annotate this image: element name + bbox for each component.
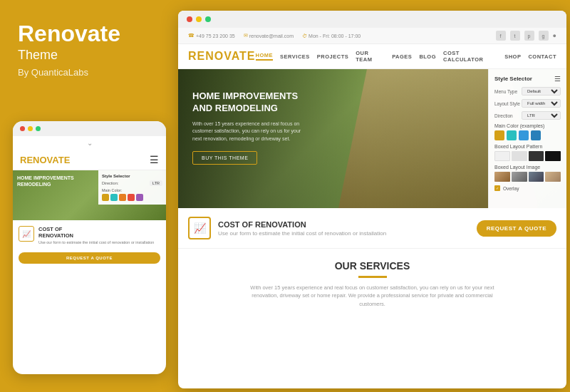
twitter-icon[interactable]: t (510, 31, 520, 41)
nav-item-home[interactable]: HOME (256, 52, 274, 61)
ss-direction-select[interactable]: LTR (522, 111, 561, 120)
mobile-dot-yellow (28, 126, 33, 131)
request-quote-button[interactable]: REQUEST A QUOTE (477, 220, 556, 237)
color-swatch-orange[interactable] (119, 194, 126, 201)
ss-overlay-row: ✓ Overlay (494, 185, 561, 191)
hero-description: With over 15 years experience and real f… (192, 120, 301, 143)
services-section: OUR SERVICES With over 15 years experien… (178, 249, 566, 315)
mobile-hero: HOME IMPROVEMENTSREMODELING Style Select… (13, 170, 166, 220)
ss-pattern-light[interactable] (494, 151, 510, 161)
nav-item-shop[interactable]: SHOP (504, 53, 521, 60)
nav-item-services[interactable]: SERVICES (280, 53, 310, 60)
ss-img-2[interactable] (512, 172, 527, 182)
site-logo: RENOVATE (188, 50, 256, 63)
google-icon[interactable]: g (539, 31, 549, 41)
ss-img-4[interactable] (545, 172, 561, 182)
cost-icon: 📈 (188, 217, 211, 239)
site-navbar: RENOVATE HOME SERVICES PROJECTS OUR TEAM… (178, 44, 566, 69)
ss-image-label: Boxed Layout Image (494, 165, 561, 170)
topbar-hours: ⏱ Mon - Fri: 08:00 - 17:00 (302, 33, 361, 38)
clock-icon: ⏱ (302, 33, 307, 38)
mobile-direction-val: LTR (150, 180, 162, 186)
ss-color-darkblue[interactable] (531, 130, 541, 140)
mobile-dot-red (20, 126, 25, 131)
nav-item-projects[interactable]: PROJECTS (317, 53, 348, 60)
phone-icon: ☎ (188, 33, 195, 38)
mobile-cost-title: COST OFRENOVATION (38, 226, 154, 239)
topbar-social: f t p g ● (496, 31, 556, 41)
hero-title: HOME IMPROVEMENTSAND REMODELING (192, 91, 301, 115)
color-swatch-purple[interactable] (136, 194, 143, 201)
hero-cta-button[interactable]: BUY THIS THEME (192, 151, 257, 165)
cost-text: COST OF RENOVATION Use our form to estim… (218, 220, 386, 237)
ss-menu-type-label: Menu Type (494, 89, 517, 94)
mobile-color-label: Main Color: (102, 188, 162, 192)
nav-item-team[interactable]: OUR TEAM (356, 50, 385, 63)
mobile-header: RENOVATE ☰ (13, 150, 166, 170)
topbar-email: ✉ renovate@mail.com (244, 33, 294, 38)
hero-content: HOME IMPROVEMENTSAND REMODELING With ove… (192, 91, 301, 165)
cost-section: 📈 COST OF RENOVATION Use our form to est… (178, 208, 566, 249)
cost-info: 📈 COST OF RENOVATION Use our form to est… (188, 217, 386, 239)
mobile-request-quote-button[interactable]: REQUEST A QUOTE (19, 252, 160, 264)
nav-item-blog[interactable]: BLOG (419, 53, 436, 60)
ss-overlay-checkbox[interactable]: ✓ (494, 185, 500, 191)
mobile-mockup: ⌄ RENOVATE ☰ HOME IMPROVEMENTSREMODELING… (13, 121, 166, 374)
services-description: With over 15 years experience and real f… (244, 284, 501, 308)
ss-color-blue[interactable] (519, 130, 529, 140)
ss-settings-icon[interactable]: ☰ (554, 75, 561, 83)
ss-direction-row: Direction LTR (494, 111, 561, 120)
cost-title: COST OF RENOVATION (218, 220, 386, 229)
browser-dot-red (187, 16, 192, 22)
cost-description: Use our form to estimate the initial cos… (218, 230, 386, 237)
ss-color-gold[interactable] (494, 130, 504, 140)
mobile-dot-green (36, 126, 41, 131)
search-icon[interactable]: ● (553, 32, 556, 39)
browser-dot-yellow (196, 16, 202, 22)
mobile-ss-title: Style Selector (102, 174, 162, 178)
mobile-chevron-icon: ⌄ (13, 136, 166, 150)
ss-pattern-grey[interactable] (512, 151, 527, 161)
email-icon: ✉ (244, 33, 248, 38)
ss-color-swatches (494, 130, 561, 140)
color-swatch-teal[interactable] (110, 194, 118, 201)
color-swatch-gold[interactable] (102, 194, 109, 201)
ss-pattern-black[interactable] (545, 151, 561, 161)
mobile-colors (102, 194, 162, 201)
nav-item-pages[interactable]: PAGES (392, 53, 412, 60)
ss-img-1[interactable] (494, 172, 510, 182)
mobile-logo: RENOVATE (20, 155, 70, 165)
mobile-cost-icon: 📈 (19, 226, 34, 242)
browser-dot-green (205, 16, 211, 22)
mobile-cost-row: 📈 COST OFRENOVATION Use our form to esti… (19, 226, 160, 245)
color-swatch-red[interactable] (128, 194, 135, 201)
topbar-contact-info: ☎ +49 75 23 200 35 ✉ renovate@mail.com ⏱… (188, 33, 361, 38)
mobile-hero-text: HOME IMPROVEMENTSREMODELING (17, 175, 74, 187)
nav-items: HOME SERVICES PROJECTS OUR TEAM PAGES BL… (256, 50, 556, 63)
mobile-direction-row: Direction: LTR (102, 180, 162, 186)
ss-patterns (494, 151, 561, 161)
services-title: OUR SERVICES (188, 260, 556, 272)
brand-by: By QuanticaLabs (18, 67, 157, 78)
site-topbar: ☎ +49 75 23 200 35 ✉ renovate@mail.com ⏱… (178, 28, 566, 44)
ss-direction-label: Direction (494, 113, 513, 118)
ss-header: Style Selector ☰ (494, 75, 561, 83)
ss-menu-type-select[interactable]: Default (522, 87, 561, 96)
ss-layout-style-select[interactable]: Full width (522, 99, 561, 108)
mobile-content: 📈 COST OFRENOVATION Use our form to esti… (13, 220, 166, 269)
facebook-icon[interactable]: f (496, 31, 506, 41)
nav-item-calculator[interactable]: COST CALCULATOR (443, 50, 497, 63)
left-panel: Renovate Theme By QuanticaLabs ⌄ RENOVAT… (0, 0, 175, 392)
site-hero: HOME IMPROVEMENTSAND REMODELING With ove… (178, 69, 566, 208)
ss-pattern-dark[interactable] (529, 151, 544, 161)
brand-title: Renovate Theme (18, 21, 157, 63)
ss-boxed-images (494, 172, 561, 182)
mobile-cost-desc: Use our form to estimate the initial cos… (38, 240, 154, 245)
pinterest-icon[interactable]: p (524, 31, 534, 41)
ss-color-teal[interactable] (507, 130, 517, 140)
mobile-cost-info: COST OFRENOVATION Use our form to estima… (38, 226, 154, 245)
ss-img-3[interactable] (529, 172, 544, 182)
nav-item-contact[interactable]: CONTACT (528, 53, 556, 60)
mobile-style-selector: Style Selector Direction: LTR Main Color… (98, 170, 166, 205)
ss-color-label: Main Color (examples) (494, 123, 561, 128)
